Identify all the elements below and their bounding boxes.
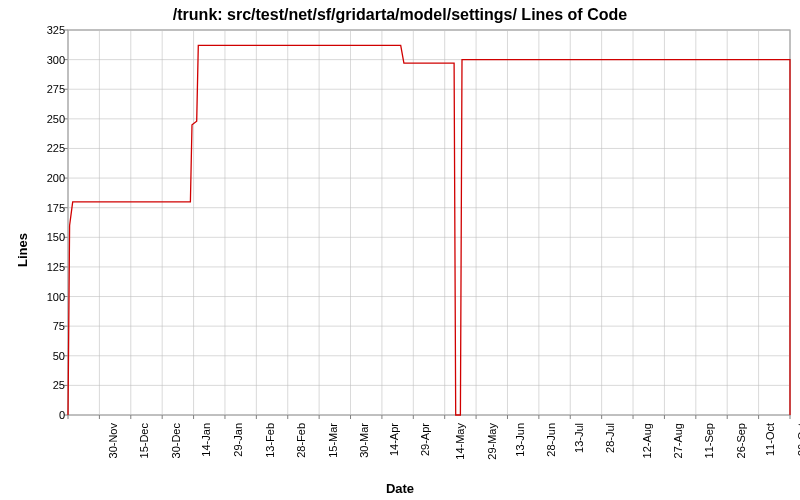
x-tick-label: 15-Dec (139, 423, 151, 458)
x-tick-label: 27-Aug (673, 423, 685, 458)
y-tick-label: 325 (47, 24, 65, 36)
y-tick-label: 175 (47, 202, 65, 214)
y-tick-label: 0 (59, 409, 65, 421)
y-tick-label: 125 (47, 261, 65, 273)
x-tick-label: 29-Jan (231, 423, 243, 457)
y-tick-label: 275 (47, 83, 65, 95)
y-tick-label: 250 (47, 113, 65, 125)
x-tick-label: 13-Jun (514, 423, 526, 457)
y-tick-label: 300 (47, 54, 65, 66)
x-tick-label: 28-Feb (295, 423, 307, 458)
x-tick-label: 11-Oct (764, 423, 776, 456)
svg-rect-0 (68, 30, 790, 415)
x-tick-label: 12-Aug (641, 423, 653, 458)
y-tick-label: 50 (53, 350, 65, 362)
x-tick-label: 14-Jan (200, 423, 212, 457)
x-tick-label: 30-Mar (358, 423, 370, 458)
y-tick-label: 75 (53, 320, 65, 332)
x-tick-label: 11-Sep (704, 423, 716, 458)
x-tick-label: 28-Jun (545, 423, 557, 457)
x-tick-label: 26-Sep (735, 423, 747, 458)
x-tick-label: 15-Mar (327, 423, 339, 458)
y-tick-label: 225 (47, 142, 65, 154)
x-tick-label: 13-Jul (573, 423, 585, 453)
x-tick-label: 26-Oct (796, 423, 800, 456)
x-tick-label: 14-May (454, 423, 466, 460)
y-tick-label: 100 (47, 291, 65, 303)
x-tick-label: 30-Dec (170, 423, 182, 458)
x-tick-label: 14-Apr (388, 423, 400, 456)
y-tick-label: 25 (53, 379, 65, 391)
x-tick-label: 28-Jul (604, 423, 616, 453)
x-tick-label: 29-May (485, 423, 497, 460)
chart-container: /trunk: src/test/net/sf/gridarta/model/s… (0, 0, 800, 500)
y-tick-label: 200 (47, 172, 65, 184)
y-tick-label: 150 (47, 231, 65, 243)
x-tick-label: 30-Nov (107, 423, 119, 458)
x-tick-label: 13-Feb (264, 423, 276, 458)
x-tick-label: 29-Apr (419, 423, 431, 456)
